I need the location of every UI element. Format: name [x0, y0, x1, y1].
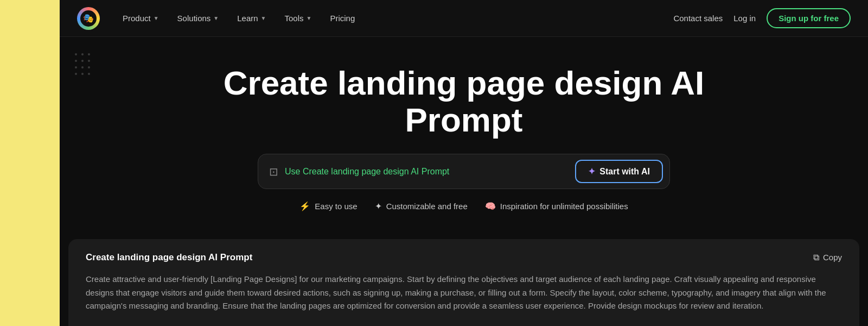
nav-item-solutions[interactable]: Solutions ▼: [170, 9, 227, 27]
dot-row-3: [75, 66, 90, 68]
card-title: Create landing page design AI Prompt: [86, 252, 252, 263]
nav-product-chevron: ▼: [154, 15, 159, 21]
feature-inspiration-label: Inspiration for unlimited possibilities: [500, 202, 628, 211]
feature-inspiration: 🧠 Inspiration for unlimited possibilitie…: [485, 201, 628, 211]
dot: [81, 66, 84, 68]
nav-right: Contact sales Log in Sign up for free: [673, 8, 851, 28]
nav-links: Product ▼ Solutions ▼ Learn ▼ Tools ▼ Pr…: [115, 9, 673, 27]
start-with-ai-button[interactable]: ✦ Start with AI: [575, 160, 663, 183]
feature-customizable: ✦ Customizable and free: [375, 201, 468, 211]
card-body: Create attractive and user-friendly [Lan…: [86, 273, 842, 313]
nav-solutions-label: Solutions: [177, 14, 211, 23]
nav-item-product[interactable]: Product ▼: [115, 9, 167, 27]
bottom-card: Create landing page design AI Prompt ⧉ C…: [68, 239, 859, 326]
sparkle-icon: ✦: [375, 201, 382, 211]
copy-icon: ⧉: [813, 253, 819, 262]
nav-pricing-label: Pricing: [330, 14, 355, 23]
left-margin: [0, 0, 60, 326]
brain-icon: 🧠: [485, 201, 496, 211]
nav-login[interactable]: Log in: [733, 14, 756, 23]
dot-row-1: [75, 53, 90, 55]
nav-learn-label: Learn: [237, 14, 258, 23]
feature-easy-label: Easy to use: [315, 202, 357, 211]
navbar: 🎭 Product ▼ Solutions ▼ Learn ▼ Tools ▼ …: [60, 0, 868, 37]
nav-contact-sales[interactable]: Contact sales: [673, 14, 723, 23]
lightning-icon: ⚡: [299, 201, 310, 211]
dot: [81, 73, 84, 75]
dot: [81, 53, 84, 55]
dot: [81, 60, 84, 62]
dot: [75, 73, 77, 75]
nav-signup-button[interactable]: Sign up for free: [767, 8, 851, 28]
logo-inner: 🎭: [80, 10, 97, 27]
nav-product-label: Product: [123, 14, 151, 23]
dot: [88, 66, 90, 68]
dot: [75, 66, 77, 68]
dot: [88, 73, 90, 75]
dot: [75, 60, 77, 62]
copy-label: Copy: [823, 253, 842, 262]
features-row: ⚡ Easy to use ✦ Customizable and free 🧠 …: [299, 201, 628, 211]
dot: [75, 53, 77, 55]
feature-easy-to-use: ⚡ Easy to use: [299, 201, 357, 211]
hero-section: Create landing page design AI Prompt ⊡ U…: [60, 37, 868, 239]
card-header: Create landing page design AI Prompt ⧉ C…: [86, 252, 842, 263]
start-ai-sparkle-icon: ✦: [588, 166, 595, 177]
prompt-bar: ⊡ Use Create landing page design AI Prom…: [258, 154, 670, 189]
nav-learn-chevron: ▼: [261, 15, 266, 21]
nav-tools-label: Tools: [285, 14, 304, 23]
dot-row-2: [75, 60, 90, 62]
prompt-bar-text[interactable]: Use Create landing page design AI Prompt: [285, 167, 569, 177]
nav-item-pricing[interactable]: Pricing: [322, 9, 362, 27]
feature-customizable-label: Customizable and free: [386, 202, 468, 211]
copy-button[interactable]: ⧉ Copy: [813, 253, 842, 262]
nav-solutions-chevron: ▼: [213, 15, 219, 21]
logo[interactable]: 🎭: [77, 7, 100, 30]
nav-item-learn[interactable]: Learn ▼: [229, 9, 273, 27]
dot-grid: [75, 53, 90, 75]
nav-item-tools[interactable]: Tools ▼: [277, 9, 320, 27]
main-content: 🎭 Product ▼ Solutions ▼ Learn ▼ Tools ▼ …: [60, 0, 868, 326]
prompt-bar-icon: ⊡: [269, 165, 278, 178]
hero-title: Create landing page design AI Prompt: [193, 65, 735, 139]
nav-tools-chevron: ▼: [307, 15, 312, 21]
dot: [88, 60, 90, 62]
start-ai-label: Start with AI: [599, 167, 650, 177]
dot-row-4: [75, 73, 90, 75]
dot: [88, 53, 90, 55]
